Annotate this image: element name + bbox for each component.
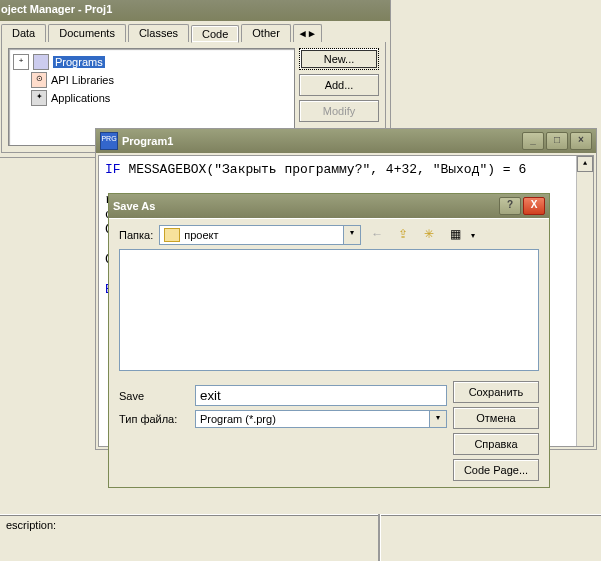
pm-titlebar[interactable]: oject Manager - Proj1 [0,0,390,21]
save-titlebar[interactable]: Save As ? X [109,194,549,218]
apps-icon: ✦ [31,90,47,106]
tab-code[interactable]: Code [191,25,239,43]
filetype-value: Program (*.prg) [200,413,276,425]
tree-item-api[interactable]: ⊙API Libraries [13,71,290,89]
filetype-row: Тип файла: Program (*.prg) ▾ [119,410,447,428]
save-button[interactable]: Сохранить [453,381,539,403]
tab-other[interactable]: Other [241,24,291,42]
status-area: escription: [0,514,601,561]
save-buttons: Сохранить Отмена Справка Code Page... [453,381,539,481]
tree-label: API Libraries [51,74,114,86]
editor-title: Program1 [122,135,522,147]
tree-item-apps[interactable]: ✦Applications [13,89,290,107]
editor-titlebar[interactable]: PRG Program1 _ □ × [96,129,596,153]
combo-dropdown-icon[interactable]: ▾ [343,226,360,244]
tab-scroll[interactable]: ◂ ▸ [293,24,322,42]
close-button[interactable]: × [570,132,592,150]
folder-name: проект [184,229,218,241]
filename-row: Save [119,385,447,406]
lookin-label: Папка: [119,229,153,241]
back-icon[interactable]: ← [367,225,387,245]
filename-input[interactable] [195,385,447,406]
expand-icon[interactable]: + [13,54,29,70]
maximize-button[interactable]: □ [546,132,568,150]
views-dropdown-icon[interactable]: ▾ [471,231,475,240]
tab-data[interactable]: Data [1,24,46,42]
save-title: Save As [113,200,499,212]
help-button[interactable]: ? [499,197,521,215]
programs-icon [33,54,49,70]
code-text: MESSAGEBOX("Закрыть программу?", 4+32, "… [121,162,527,177]
description-label: escription: [6,519,56,531]
filetype-label: Тип файла: [119,413,189,425]
filetype-combo[interactable]: Program (*.prg) ▾ [195,410,447,428]
help-button[interactable]: Справка [453,433,539,455]
tree-item-programs[interactable]: +Programs [13,53,290,71]
editor-icon: PRG [100,132,118,150]
tab-classes[interactable]: Classes [128,24,189,42]
splitter[interactable] [378,514,381,561]
views-icon[interactable]: ▦ [445,225,465,245]
editor-window-buttons: _ □ × [522,132,592,150]
new-button[interactable]: New... [299,48,379,70]
modify-button[interactable]: Modify [299,100,379,122]
filename-label: Save [119,390,189,402]
lookin-row: Папка: проект ▾ ← ⇪ ✳ ▦▾ [119,225,539,245]
scroll-up-icon[interactable]: ▲ [577,156,593,172]
tab-documents[interactable]: Documents [48,24,126,42]
save-as-dialog: Save As ? X Папка: проект ▾ ← ⇪ ✳ ▦▾ Sav… [108,193,550,488]
vscrollbar[interactable]: ▲ [576,156,593,446]
folder-combo[interactable]: проект ▾ [159,225,361,245]
add-button[interactable]: Add... [299,74,379,96]
folder-icon [164,228,180,242]
tree-label: Applications [51,92,110,104]
close-button[interactable]: X [523,197,545,215]
api-icon: ⊙ [31,72,47,88]
up-folder-icon[interactable]: ⇪ [393,225,413,245]
save-window-buttons: ? X [499,197,545,215]
pm-title: oject Manager - Proj1 [1,3,386,15]
save-body: Папка: проект ▾ ← ⇪ ✳ ▦▾ Save Тип файла:… [109,218,549,487]
minimize-button[interactable]: _ [522,132,544,150]
codepage-button[interactable]: Code Page... [453,459,539,481]
code-keyword: IF [105,162,121,177]
pm-tabs: Data Documents Classes Code Other ◂ ▸ [0,21,390,42]
combo-dropdown-icon[interactable]: ▾ [429,411,446,427]
cancel-button[interactable]: Отмена [453,407,539,429]
new-folder-icon[interactable]: ✳ [419,225,439,245]
file-list[interactable] [119,249,539,371]
tree-label: Programs [53,56,105,68]
